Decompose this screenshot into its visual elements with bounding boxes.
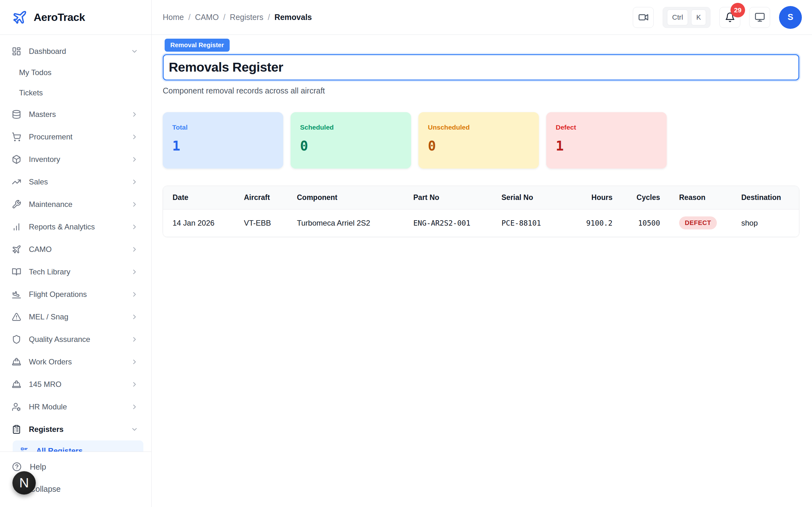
stat-value: 0	[428, 138, 529, 154]
avatar[interactable]: S	[779, 6, 802, 29]
clipboard-list-icon	[12, 425, 21, 434]
column-header-part-no: Part No	[404, 186, 492, 209]
sidebar-item-label: MEL / Snag	[29, 313, 68, 321]
chevron-right-icon	[131, 201, 138, 208]
column-header-reason: Reason	[670, 186, 732, 209]
video-icon	[638, 12, 649, 22]
video-button[interactable]	[633, 7, 654, 28]
column-header-component: Component	[287, 186, 404, 209]
chevron-right-icon	[131, 336, 138, 343]
breadcrumb: Home/CAMO/Registers/Removals	[163, 13, 312, 22]
stat-value: 0	[300, 138, 402, 154]
sidebar-item-all-registers[interactable]: All Registers	[13, 441, 143, 452]
sidebar-item-label: Inventory	[29, 155, 60, 164]
brand-plane-icon	[12, 10, 27, 25]
list-icon	[20, 447, 29, 452]
chevron-right-icon	[131, 133, 138, 141]
command-palette-shortcut[interactable]: Ctrl K	[663, 7, 711, 28]
sidebar-item-label: Masters	[29, 110, 56, 119]
plane-icon	[12, 245, 21, 254]
breadcrumb-separator: /	[189, 13, 191, 22]
chevron-right-icon	[131, 291, 138, 298]
sidebar-item-tech-library[interactable]: Tech Library	[0, 261, 151, 283]
stat-value: 1	[172, 138, 274, 154]
stat-card-defect: Defect1	[546, 112, 667, 169]
table-row[interactable]: 14 Jan 2026VT-EBBTurbomeca Arriel 2S2ENG…	[163, 209, 799, 237]
column-header-date: Date	[163, 186, 235, 209]
cell-aircraft: VT-EBB	[235, 209, 287, 237]
cart-icon	[12, 132, 21, 142]
stat-value: 1	[556, 138, 657, 154]
breadcrumb-link-camo[interactable]: CAMO	[195, 13, 219, 22]
column-header-serial-no: Serial No	[492, 186, 571, 209]
removals-table-container: DateAircraftComponentPart NoSerial NoHou…	[163, 186, 799, 237]
dashboard-icon	[12, 47, 21, 56]
trending-up-icon	[12, 177, 21, 187]
sidebar-item-label: All Registers	[36, 447, 83, 452]
breadcrumb-link-registers[interactable]: Registers	[230, 13, 264, 22]
sidebar-item-label: CAMO	[29, 245, 52, 254]
bar-chart-icon	[12, 222, 21, 232]
sidebar-item-work-orders[interactable]: Work Orders	[0, 350, 151, 373]
hard-hat-icon	[12, 357, 21, 367]
column-header-cycles: Cycles	[622, 186, 670, 209]
sidebar-item-label: HR Module	[29, 402, 67, 411]
page-subtitle: Component removal records across all air…	[163, 86, 799, 95]
sidebar-item-reports-analytics[interactable]: Reports & Analytics	[0, 216, 151, 238]
sidebar-item-flight-operations[interactable]: Flight Operations	[0, 283, 151, 305]
title-input[interactable]: Removals Register	[163, 54, 799, 80]
sidebar-item-masters[interactable]: Masters	[0, 103, 151, 125]
plane-landing-icon	[12, 290, 21, 299]
sidebar-item-label: Dashboard	[29, 47, 66, 56]
key-k: K	[691, 9, 706, 25]
sidebar-item-sales[interactable]: Sales	[0, 170, 151, 193]
sidebar-item-label: Quality Assurance	[29, 335, 90, 344]
column-header-aircraft: Aircraft	[235, 186, 287, 209]
help-circle-icon	[12, 462, 21, 471]
stat-label: Defect	[556, 124, 657, 131]
column-header-destination: Destination	[732, 186, 799, 209]
sidebar-item-145-mro[interactable]: 145 MRO	[0, 373, 151, 395]
sidebar-item-registers[interactable]: Registers	[0, 418, 151, 441]
page-content: Removal Register Removals Register Compo…	[152, 35, 812, 237]
stat-label: Scheduled	[300, 124, 402, 131]
sidebar-item-quality-assurance[interactable]: Quality Assurance	[0, 328, 151, 350]
sidebar-item-hr-module[interactable]: HR Module	[0, 395, 151, 418]
page-title: Removals Register	[169, 60, 283, 75]
sidebar-item-label: Sales	[29, 177, 48, 186]
sidebar-item-my-todos[interactable]: My Todos	[0, 62, 151, 83]
breadcrumb-current-removals: Removals	[274, 13, 312, 22]
chevron-right-icon	[131, 111, 138, 118]
register-type-badge: Removal Register	[165, 39, 230, 52]
sidebar-item-maintenance[interactable]: Maintenance	[0, 193, 151, 216]
cell-reason: DEFECT	[670, 209, 732, 237]
sidebar-item-label: Maintenance	[29, 200, 72, 209]
app-window: AeroTrack DashboardMy TodosTicketsMaster…	[0, 0, 812, 507]
sidebar-item-dashboard[interactable]: Dashboard	[0, 40, 151, 62]
database-icon	[12, 110, 21, 119]
cell-date: 14 Jan 2026	[163, 209, 235, 237]
brand[interactable]: AeroTrack	[0, 0, 151, 35]
display-button[interactable]	[749, 7, 770, 28]
brand-name: AeroTrack	[34, 11, 85, 23]
sidebar-item-label: Procurement	[29, 132, 72, 141]
hard-hat-icon	[12, 380, 21, 389]
dev-overlay-button[interactable]: N	[12, 471, 36, 495]
topbar: Home/CAMO/Registers/Removals Ctrl K 29	[152, 0, 812, 35]
key-ctrl: Ctrl	[667, 9, 688, 25]
cell-serial-no: PCE-88101	[492, 209, 571, 237]
sidebar-item-procurement[interactable]: Procurement	[0, 125, 151, 148]
wrench-icon	[12, 200, 21, 209]
book-open-icon	[12, 267, 21, 277]
sidebar-item-mel-snag[interactable]: MEL / Snag	[0, 305, 151, 328]
alert-triangle-icon	[12, 312, 21, 322]
column-header-hours: Hours	[571, 186, 622, 209]
sidebar-item-inventory[interactable]: Inventory	[0, 148, 151, 170]
sidebar-item-label: 145 MRO	[29, 380, 61, 389]
breadcrumb-link-home[interactable]: Home	[163, 13, 184, 22]
sidebar-item-tickets[interactable]: Tickets	[0, 83, 151, 103]
notifications-button[interactable]: 29	[719, 7, 740, 28]
stat-card-unscheduled: Unscheduled0	[418, 112, 539, 169]
sidebar-item-camo[interactable]: CAMO	[0, 238, 151, 261]
sidebar: AeroTrack DashboardMy TodosTicketsMaster…	[0, 0, 152, 507]
